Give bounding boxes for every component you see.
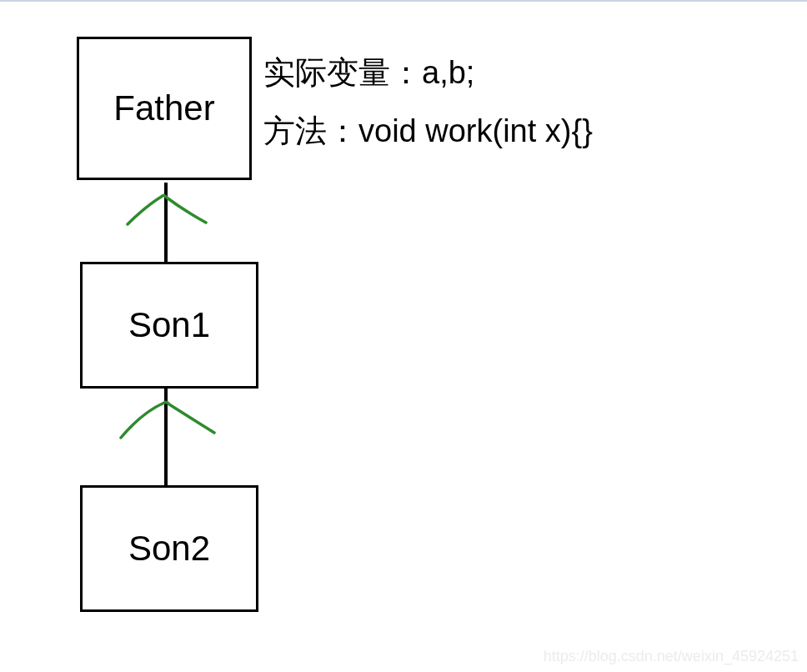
connector-line-son1-son2 (164, 389, 168, 485)
variables-annotation: 实际变量：a,b; (263, 52, 474, 94)
method-annotation: 方法：void work(int x){} (263, 110, 593, 153)
son1-node-box: Son1 (80, 262, 258, 389)
watermark-text: https://blog.csdn.net/weixin_45924251 (544, 648, 799, 665)
son1-label: Son1 (128, 305, 210, 345)
father-node-box: Father (77, 37, 252, 180)
son2-node-box: Son2 (80, 485, 258, 612)
connector-line-father-son1 (164, 183, 168, 262)
son2-label: Son2 (128, 529, 210, 569)
father-label: Father (113, 88, 214, 128)
